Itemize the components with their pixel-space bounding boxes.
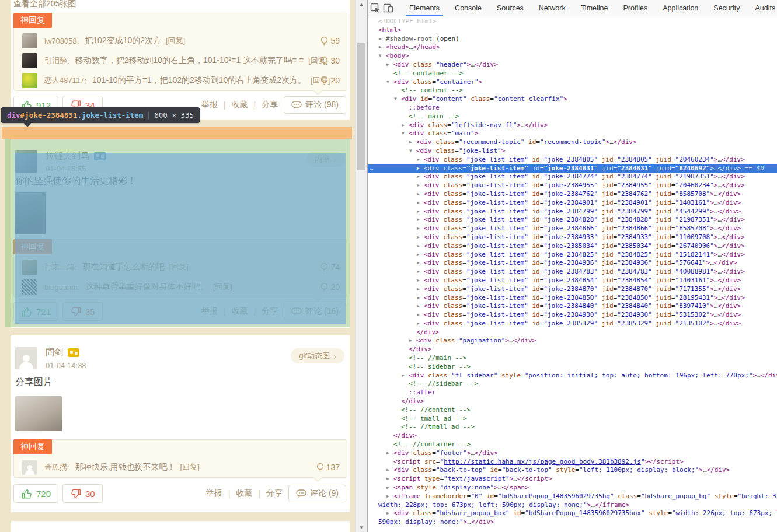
dom-tree-node[interactable]: <!-- content --> bbox=[368, 86, 777, 95]
expand-arrow-icon[interactable]: ▶ bbox=[417, 302, 424, 311]
report-link[interactable]: 举报 bbox=[201, 306, 218, 317]
collapse-arrow-icon[interactable]: ▼ bbox=[394, 95, 401, 104]
dom-tree-node[interactable]: ▼<div id="content" class="content clearf… bbox=[368, 95, 777, 104]
reply-link[interactable]: [回复] bbox=[180, 462, 200, 473]
expand-arrow-icon[interactable]: ▶ bbox=[417, 276, 424, 285]
comment-likes[interactable]: 59 bbox=[320, 36, 340, 46]
dom-tree-node[interactable]: ▶<div class="back-to-top" id="back-to-to… bbox=[368, 466, 777, 475]
expand-arrow-icon[interactable]: ▶ bbox=[409, 138, 416, 147]
dom-tree-node[interactable]: ▶<div class="joke-list-item" id="joke-23… bbox=[368, 294, 777, 303]
dom-tree-node[interactable]: ▶<iframe frameborder="0" id="bdSharePopu… bbox=[368, 492, 777, 501]
collapse-arrow-icon[interactable]: ▼ bbox=[379, 52, 386, 61]
overflow-menu-icon[interactable]: … bbox=[370, 164, 374, 173]
expand-arrow-icon[interactable]: ▶ bbox=[409, 337, 416, 345]
expand-arrow-icon[interactable]: ▶ bbox=[417, 285, 424, 294]
comments-button[interactable]: 评论 (16) bbox=[284, 303, 346, 320]
dom-tree-node[interactable]: ▶<script type="text/javascript">…</scrip… bbox=[368, 475, 777, 484]
expand-arrow-icon[interactable]: ▶ bbox=[386, 484, 393, 492]
expand-arrow-icon[interactable]: ▶ bbox=[417, 173, 424, 181]
expand-arrow-icon[interactable]: ▶ bbox=[386, 61, 393, 69]
post-author-avatar[interactable] bbox=[15, 347, 37, 369]
expand-arrow-icon[interactable]: ▶ bbox=[417, 251, 424, 260]
dom-tree-node[interactable]: ▶#shadow-root (open) bbox=[368, 35, 777, 44]
commenter-name[interactable]: 恋人487117 bbox=[44, 75, 84, 86]
reply-link[interactable]: [回复] bbox=[213, 282, 232, 292]
commenter-avatar[interactable] bbox=[22, 53, 37, 68]
dom-tree-node[interactable]: ▶<div class="joke-list-item" id="joke-23… bbox=[368, 320, 777, 328]
dom-tree-node[interactable]: ▶<div class="joke-list-item" id="joke-23… bbox=[368, 190, 777, 199]
share-link[interactable]: 分享 bbox=[262, 306, 278, 317]
reply-link[interactable]: [回复] bbox=[169, 262, 189, 272]
post-author-name[interactable]: 拉链夹到鸟 bbox=[46, 150, 89, 162]
dom-tree-node[interactable]: <!-- //tmall ad --> bbox=[368, 423, 777, 432]
expand-arrow-icon[interactable]: ▶ bbox=[386, 492, 393, 501]
dom-tree-node[interactable]: ▶<div class="joke-list-item" id="joke-23… bbox=[368, 225, 777, 233]
share-link[interactable]: 分享 bbox=[266, 488, 283, 499]
comment-likes[interactable]: 20 bbox=[320, 282, 340, 292]
dom-tree-node[interactable]: ▶<span style="display:none">…</span> bbox=[368, 484, 777, 492]
commenter-avatar[interactable] bbox=[22, 260, 37, 275]
dom-tree-node[interactable]: ▶<div class="joke-list-item" id="joke-23… bbox=[368, 156, 777, 164]
scrollbar-thumb[interactable] bbox=[357, 43, 365, 170]
scroll-up-arrow-icon[interactable]: ▲ bbox=[356, 2, 367, 7]
dom-tree-node[interactable]: ▶<div class="joke-list-item" id="joke-23… bbox=[368, 285, 777, 294]
favorite-link[interactable]: 收藏 bbox=[232, 100, 248, 110]
collapse-arrow-icon[interactable]: ▼ bbox=[402, 130, 409, 138]
commenter-avatar[interactable] bbox=[22, 460, 37, 475]
post-image-thumbnail[interactable] bbox=[15, 396, 62, 431]
expand-arrow-icon[interactable]: ▶ bbox=[417, 156, 424, 164]
collapse-arrow-icon[interactable]: ▼ bbox=[386, 78, 393, 87]
expand-arrow-icon[interactable]: ▶ bbox=[417, 242, 424, 251]
dom-tree-node[interactable]: ▶<div class="header">…</div> bbox=[368, 61, 777, 69]
expand-arrow-icon[interactable]: ▶ bbox=[386, 466, 393, 475]
expand-arrow-icon[interactable]: ▶ bbox=[417, 259, 424, 268]
dom-tree-node[interactable]: ▶<div class="joke-list-item" id="joke-23… bbox=[368, 242, 777, 251]
commenter-avatar[interactable] bbox=[22, 73, 37, 88]
commenter-name[interactable]: 金魚撈 bbox=[44, 462, 67, 473]
dom-tree-node[interactable]: <!-- container --> bbox=[368, 69, 777, 78]
expand-arrow-icon[interactable]: ▶ bbox=[417, 268, 424, 276]
dom-tree-node[interactable]: <!DOCTYPE html> bbox=[368, 18, 777, 26]
comment-likes[interactable]: 74 bbox=[320, 262, 340, 272]
category-pill[interactable]: gif动态图› bbox=[291, 348, 344, 363]
expand-arrow-icon[interactable]: ▶ bbox=[386, 509, 393, 518]
share-link[interactable]: 分享 bbox=[262, 100, 278, 110]
favorite-link[interactable]: 收藏 bbox=[232, 306, 248, 317]
commenter-name[interactable]: 引泪醉 bbox=[44, 55, 67, 66]
expand-arrow-icon[interactable]: ▶ bbox=[417, 233, 424, 242]
report-link[interactable]: 举报 bbox=[201, 100, 218, 110]
dom-tree-node[interactable]: ▶<div class="joke-list-item" id="joke-23… bbox=[368, 173, 777, 181]
devtools-tab-network[interactable]: Network bbox=[535, 0, 569, 16]
dom-tree-node[interactable]: ▶<div class="joke-list-item" id="joke-23… bbox=[368, 311, 777, 320]
dom-tree-node[interactable]: ▶<div class="footer">…</div> bbox=[368, 449, 777, 458]
dom-tree-node[interactable]: ▼<body> bbox=[368, 52, 777, 61]
dom-tree-node[interactable]: ▶<div class="joke-list-item" id="joke-23… bbox=[368, 199, 777, 208]
expand-arrow-icon[interactable]: ▶ bbox=[402, 121, 409, 130]
dom-tree-node[interactable]: ▼<div class="joke-list"> bbox=[368, 147, 777, 156]
expand-arrow-icon[interactable]: ▶ bbox=[386, 449, 393, 458]
dom-tree-node-selected[interactable]: …▶<div class="joke-list-item" id="joke-2… bbox=[368, 164, 777, 173]
expand-arrow-icon[interactable]: ▶ bbox=[379, 43, 386, 52]
commenter-avatar[interactable] bbox=[22, 33, 37, 48]
dom-tree-node[interactable]: ▶<div class="fl sidebar" style="position… bbox=[368, 372, 777, 380]
comment-likes[interactable]: 137 bbox=[316, 463, 340, 472]
dom-tree-node[interactable]: <!-- sidebar --> bbox=[368, 363, 777, 372]
downvote-button[interactable]: 30 bbox=[62, 484, 103, 503]
expand-arrow-icon[interactable]: ▶ bbox=[386, 475, 393, 484]
dom-tree-node[interactable]: ▶<div class="pagination">…</div> bbox=[368, 337, 777, 345]
dom-tree-node[interactable]: ▶<div class="joke-list-item" id="joke-23… bbox=[368, 181, 777, 190]
dom-tree-node[interactable]: </div> bbox=[368, 345, 777, 354]
dom-tree-node[interactable]: <html> bbox=[368, 26, 777, 35]
devtools-tab-elements[interactable]: Elements bbox=[406, 0, 443, 16]
devtools-tab-profiles[interactable]: Profiles bbox=[619, 0, 651, 16]
expand-arrow-icon[interactable]: ▶ bbox=[417, 181, 424, 190]
reply-link[interactable]: [回复] bbox=[166, 36, 185, 46]
dom-tree-node[interactable]: <!-- tmall ad --> bbox=[368, 415, 777, 424]
dom-tree-node[interactable]: <script src="http://static.haha.mx/js/pa… bbox=[368, 458, 777, 467]
dom-tree-node[interactable]: ▶<div class="joke-list-item" id="joke-23… bbox=[368, 302, 777, 311]
inspect-element-icon[interactable] bbox=[370, 2, 381, 15]
devtools-tab-application[interactable]: Application bbox=[659, 0, 702, 16]
dom-tree-node[interactable]: 590px; display: none;">…</div> bbox=[368, 518, 777, 527]
devtools-tab-security[interactable]: Security bbox=[710, 0, 743, 16]
dom-tree-node[interactable]: ▶<div class="joke-list-item" id="joke-23… bbox=[368, 233, 777, 242]
